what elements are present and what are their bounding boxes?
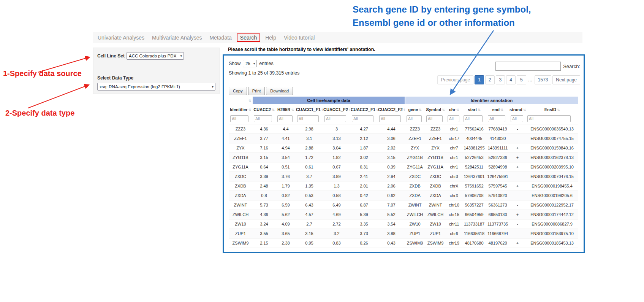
page-4-button[interactable]: 4 bbox=[506, 75, 516, 84]
filter-cell-h295r bbox=[276, 114, 296, 124]
table-cell: 4.36 bbox=[252, 210, 276, 219]
column-header-strand[interactable]: strand⇅ bbox=[509, 105, 526, 114]
table-cell: ZUP1 bbox=[405, 229, 425, 238]
table-cell: 113773735 bbox=[486, 219, 509, 229]
data-type-select[interactable]: xsq: RNA-seq Expression (log2 FPKM+1) bbox=[97, 83, 215, 91]
table-cell: 3.13 bbox=[323, 134, 350, 143]
table-row[interactable]: ZWILCH4.365.624.574.695.395.52ZWILCHZWIL… bbox=[229, 210, 578, 219]
table-cell: 0.51 bbox=[276, 162, 296, 172]
filter-input-start[interactable] bbox=[464, 115, 483, 122]
filter-input-cuacc1-f1[interactable] bbox=[297, 115, 319, 122]
column-header-cuacc1-f1[interactable]: CUACC1_F1⇅ bbox=[296, 105, 323, 114]
table-row[interactable]: ZWINT5.736.596.436.496.877.07ZWINTZWINTc… bbox=[229, 200, 578, 210]
table-row[interactable]: ZYG11A0.640.510.610.670.310.39ZYG11AZYG1… bbox=[229, 162, 578, 172]
table-cell: 3.77 bbox=[252, 134, 276, 143]
column-header-h295r[interactable]: H295R⇅ bbox=[276, 105, 296, 114]
column-header-cuacc2-f2[interactable]: CUACC2_F2⇅ bbox=[378, 105, 405, 114]
table-cell: ZW10 bbox=[405, 219, 425, 229]
table-cell: 4.69 bbox=[323, 210, 350, 219]
table-row[interactable]: ZXDB2.481.791.351.32.012.06ZXDBZXDBchrX5… bbox=[229, 181, 578, 191]
nav-item-metadata[interactable]: Metadata bbox=[206, 33, 235, 42]
filter-input-cuacc2-f2[interactable] bbox=[379, 115, 401, 122]
filter-input-cuacc2-f1[interactable] bbox=[352, 115, 373, 122]
cell-line-set-select[interactable]: ACC Colorado plus PDX bbox=[127, 52, 184, 60]
column-header-gene[interactable]: gene⇅ bbox=[405, 105, 425, 114]
table-cell: ZXDC bbox=[229, 172, 252, 181]
filter-cell-cuacc2-f1 bbox=[350, 114, 378, 124]
sort-icon: ⇅ bbox=[321, 108, 323, 112]
table-cell: 6.43 bbox=[296, 200, 323, 210]
table-cell: ENSG00000153975.10 bbox=[526, 229, 578, 238]
filter-input-cuacc2[interactable] bbox=[254, 115, 272, 122]
table-cell: ZW10 bbox=[425, 219, 446, 229]
nav-item-video-tutorial[interactable]: Video tutorial bbox=[280, 33, 318, 42]
next-page-button[interactable]: Next page bbox=[552, 75, 580, 84]
filter-input-cuacc1-f2[interactable] bbox=[324, 115, 346, 122]
page: Search gene ID by entering gene symbol, … bbox=[0, 0, 644, 302]
download-button[interactable]: Download bbox=[266, 87, 293, 95]
column-header-cuacc2-f1[interactable]: CUACC2_F1⇅ bbox=[350, 105, 378, 114]
filter-input-end[interactable] bbox=[488, 115, 505, 122]
table-row[interactable]: ZUP13.553.653.153.23.733.88ZUP1ZUP1chr61… bbox=[229, 229, 578, 238]
sort-icon: ⇅ bbox=[557, 108, 560, 112]
table-cell: 52894998 bbox=[486, 162, 509, 172]
column-header-symbol[interactable]: Symbol⇅ bbox=[425, 105, 446, 114]
column-header-end[interactable]: end⇅ bbox=[486, 105, 509, 114]
filter-input-chr[interactable] bbox=[448, 115, 459, 122]
column-header-cuacc2[interactable]: CUACC2⇅ bbox=[252, 105, 276, 114]
table-row[interactable]: ZXDA0.80.820.530.580.420.62ZXDAZXDAchrX5… bbox=[229, 191, 578, 200]
table-cell: 3.88 bbox=[378, 229, 405, 238]
filter-input-h295r[interactable] bbox=[277, 115, 293, 122]
nav-item-multivariate-analyses[interactable]: Multivariate Analyses bbox=[148, 33, 206, 42]
column-header-chr[interactable]: chr⇅ bbox=[446, 105, 462, 114]
page-length-select[interactable]: 25 bbox=[243, 60, 257, 67]
nav-item-help[interactable]: Help bbox=[261, 33, 280, 42]
table-cell: 116635618 bbox=[462, 229, 486, 238]
column-header-start[interactable]: start⇅ bbox=[462, 105, 486, 114]
table-cell: ZXDA bbox=[229, 191, 252, 200]
column-header-ensid[interactable]: EnsID⇅ bbox=[526, 105, 578, 114]
table-row[interactable]: ZYX7.164.942.883.041.872.02ZYXZYXchr7143… bbox=[229, 143, 578, 153]
table-cell: 2.02 bbox=[378, 143, 405, 153]
print-button[interactable]: Print bbox=[248, 87, 265, 95]
table-row[interactable]: ZSWIM92.152.380.950.830.260.43ZSWIM9ZSWI… bbox=[229, 238, 578, 248]
table-cell: 2.12 bbox=[350, 134, 378, 143]
table-cell: 3.55 bbox=[252, 229, 276, 238]
gene-table: ⇅Cell line/sample dataIdentifier annotat… bbox=[229, 96, 579, 248]
page-2-button[interactable]: 2 bbox=[485, 75, 495, 84]
filter-input-identifier[interactable] bbox=[230, 115, 248, 122]
nav-item-univariate-analyses[interactable]: Univariate Analyses bbox=[94, 33, 148, 42]
sort-icon: ⇅ bbox=[291, 108, 294, 112]
page-1573-button[interactable]: 1573 bbox=[535, 75, 552, 84]
table-cell: 57591652 bbox=[462, 181, 486, 191]
pagination: Previous page12345…1573Next page bbox=[437, 75, 580, 84]
table-row[interactable]: ZW103.244.092.72.723.353.54ZW10ZW10chr11… bbox=[229, 219, 578, 229]
column-header-identifier[interactable]: Identifier⇅ bbox=[229, 105, 252, 114]
page-3-button[interactable]: 3 bbox=[496, 75, 505, 84]
previous-page-button[interactable]: Previous page bbox=[437, 75, 473, 84]
table-cell: 3.54 bbox=[378, 219, 405, 229]
page-1-button[interactable]: 1 bbox=[475, 75, 484, 84]
filter-input-ensid[interactable] bbox=[527, 115, 571, 122]
table-row[interactable]: ZZEF13.774.413.13.132.123.06ZZEF1ZZEF1ch… bbox=[229, 134, 578, 143]
column-header-cuacc1-f2[interactable]: CUACC1_F2⇅ bbox=[323, 105, 350, 114]
table-cell: 2.88 bbox=[296, 143, 323, 153]
table-cell: ZYG11A bbox=[229, 162, 252, 172]
filter-input-gene[interactable] bbox=[407, 115, 422, 122]
nav-item-search[interactable]: Search bbox=[237, 33, 260, 42]
page-ellipsis: … bbox=[527, 76, 533, 84]
table-row[interactable]: ZYG11B3.153.541.721.823.023.15ZYG11BZYG1… bbox=[229, 153, 578, 162]
table-cell: ENSG00000070476.15 bbox=[526, 172, 578, 181]
table-search-input[interactable] bbox=[495, 62, 561, 71]
page-5-button[interactable]: 5 bbox=[517, 75, 526, 84]
table-cell: ZSWIM9 bbox=[425, 238, 446, 248]
filter-input-symbol[interactable] bbox=[426, 115, 443, 122]
table-row[interactable]: ZZZ34.364.42.9834.274.44ZZZ3ZZZ3chr17756… bbox=[229, 124, 578, 134]
table-cell: 3.54 bbox=[276, 153, 296, 162]
copy-button[interactable]: Copy bbox=[229, 87, 247, 95]
table-cell: ZZEF1 bbox=[229, 134, 252, 143]
table-cell: ZUP1 bbox=[229, 229, 252, 238]
table-row[interactable]: ZXDC3.393.763.73.892.412.94ZXDCZXDCchr31… bbox=[229, 172, 578, 181]
filter-input-strand[interactable] bbox=[511, 115, 523, 122]
table-cell: ZYG11B bbox=[405, 153, 425, 162]
